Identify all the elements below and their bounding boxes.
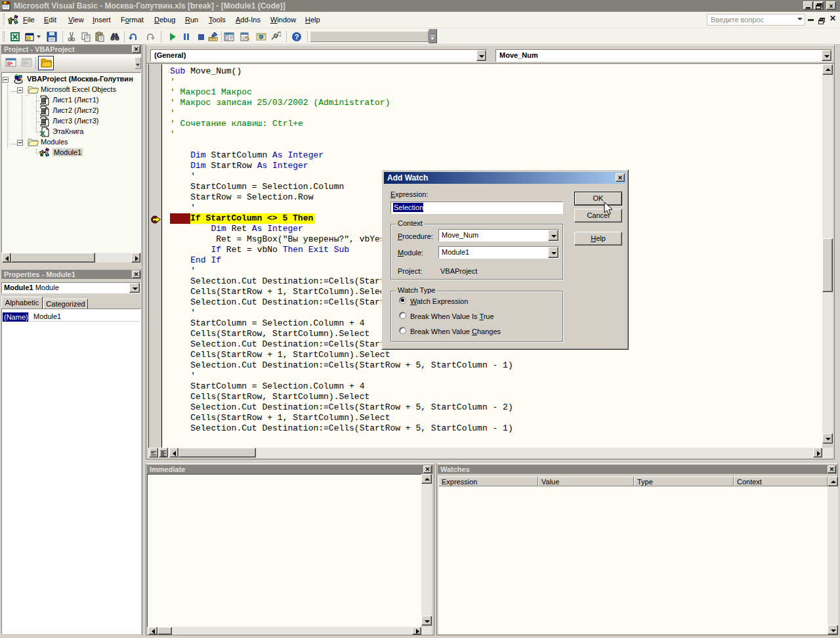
- svg-text:?: ?: [295, 33, 299, 41]
